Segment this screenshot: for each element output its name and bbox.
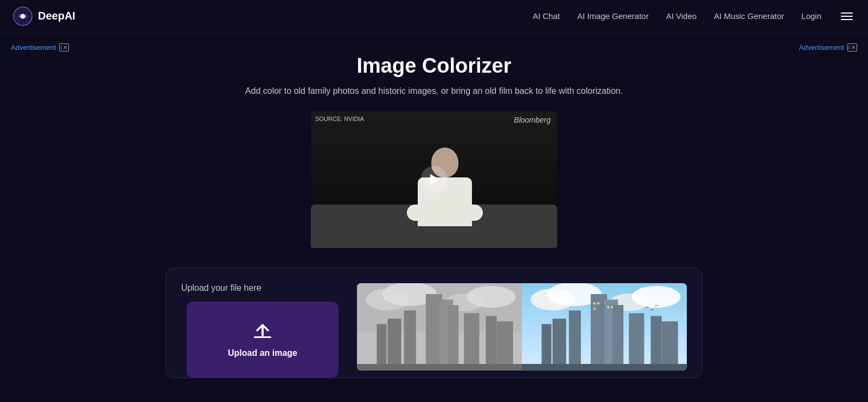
upload-icon-wrapper: Upload an image xyxy=(228,321,297,358)
svg-rect-2 xyxy=(254,336,271,338)
svg-rect-38 xyxy=(611,306,613,308)
svg-rect-30 xyxy=(629,313,644,365)
upload-button-label: Upload an image xyxy=(228,348,297,358)
main-content: Advertisement i ✕ Advertisement i ✕ Imag… xyxy=(0,33,868,378)
before-image xyxy=(357,283,522,371)
svg-point-1 xyxy=(21,14,25,18)
after-city-svg xyxy=(522,283,687,371)
ad-right: Advertisement i ✕ xyxy=(799,43,857,52)
svg-rect-13 xyxy=(448,305,458,365)
ad-right-info-icon: i xyxy=(849,44,850,50)
login-link[interactable]: Login xyxy=(801,11,821,21)
ad-right-badge[interactable]: i ✕ xyxy=(847,43,857,52)
after-image xyxy=(522,283,687,371)
svg-rect-35 xyxy=(597,302,599,304)
nav-ai-image-generator[interactable]: AI Image Generator xyxy=(577,11,649,21)
svg-rect-32 xyxy=(650,316,661,365)
upload-arrow-icon xyxy=(252,321,273,343)
upload-section: Upload your file here Upload an image xyxy=(165,267,703,378)
ad-right-close-icon[interactable]: ✕ xyxy=(851,44,856,50)
svg-rect-28 xyxy=(612,305,623,365)
upload-left-panel: Upload your file here Upload an image xyxy=(181,283,344,378)
svg-rect-16 xyxy=(376,324,386,365)
hamburger-menu-icon[interactable] xyxy=(839,10,855,22)
svg-rect-37 xyxy=(607,306,609,308)
nav-links: AI Chat AI Image Generator AI Video AI M… xyxy=(533,10,855,22)
page-subtitle: Add color to old family photos and histo… xyxy=(245,86,623,96)
svg-rect-14 xyxy=(387,318,401,365)
svg-rect-33 xyxy=(662,321,678,365)
svg-rect-3 xyxy=(261,326,264,336)
before-city-svg xyxy=(357,283,522,371)
svg-point-9 xyxy=(467,286,516,308)
svg-rect-27 xyxy=(569,310,581,365)
upload-image-button[interactable]: Upload an image xyxy=(187,302,339,378)
video-bloomberg-label: Bloomberg xyxy=(514,116,551,124)
svg-rect-12 xyxy=(404,310,416,365)
figure-arms xyxy=(407,205,483,221)
brand-name: DeepAI xyxy=(38,10,75,22)
svg-point-24 xyxy=(631,286,681,308)
nav-ai-music-generator[interactable]: AI Music Generator xyxy=(714,11,784,21)
ad-left-close-icon[interactable]: ✕ xyxy=(63,44,67,50)
play-button[interactable] xyxy=(420,166,448,193)
upload-section-title: Upload your file here xyxy=(181,283,261,293)
ad-left: Advertisement i ✕ xyxy=(11,43,69,52)
nav-ai-video[interactable]: AI Video xyxy=(666,11,697,21)
svg-rect-34 xyxy=(593,302,596,304)
video-source-label: SOURCE: NVIDIA xyxy=(315,116,364,122)
nav-ai-chat[interactable]: AI Chat xyxy=(533,11,560,21)
svg-rect-18 xyxy=(497,321,513,365)
logo-link[interactable]: DeepAI xyxy=(13,7,75,26)
svg-rect-17 xyxy=(486,316,496,365)
svg-rect-29 xyxy=(552,318,566,365)
svg-rect-15 xyxy=(464,313,479,365)
svg-rect-19 xyxy=(357,364,522,371)
ad-left-label[interactable]: Advertisement xyxy=(11,43,56,52)
navbar: DeepAI AI Chat AI Image Generator AI Vid… xyxy=(0,0,868,33)
comparison-images xyxy=(357,283,687,371)
play-icon xyxy=(430,174,440,185)
svg-rect-36 xyxy=(593,308,596,310)
ad-left-badge[interactable]: i ✕ xyxy=(59,43,69,52)
page-title: Image Colorizer xyxy=(356,54,511,78)
ad-left-info-icon: i xyxy=(61,44,62,50)
deepai-logo-icon xyxy=(13,7,33,26)
svg-rect-39 xyxy=(522,364,687,371)
ad-right-label[interactable]: Advertisement xyxy=(799,43,844,52)
svg-rect-31 xyxy=(541,324,551,365)
demo-video[interactable]: SOURCE: NVIDIA Bloomberg xyxy=(311,111,557,248)
